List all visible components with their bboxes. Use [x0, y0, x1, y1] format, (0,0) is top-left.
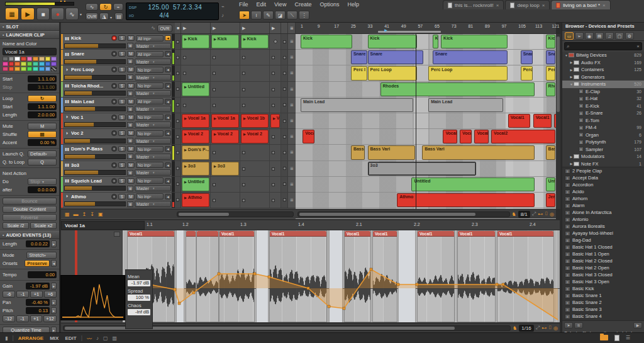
- slot-stop-square[interactable]: [242, 199, 245, 202]
- pointer-tool-icon[interactable]: ➤: [239, 11, 250, 20]
- input-select[interactable]: No input▾: [136, 67, 164, 73]
- volume-fader[interactable]: [64, 43, 126, 48]
- mute-button[interactable]: M: [127, 146, 135, 152]
- clip-play-icon[interactable]: ▶: [184, 116, 187, 120]
- menu-edit[interactable]: Edit: [257, 1, 267, 8]
- tempo-field[interactable]: 0.00: [28, 271, 57, 278]
- fader-menu-button[interactable]: ≣: [127, 106, 133, 112]
- arranger-clip[interactable]: Untitled: [411, 177, 534, 191]
- preset-item[interactable]: ≡Accept Data: [562, 174, 644, 181]
- output-select[interactable]: Master▾: [135, 74, 171, 81]
- snap-relative-icon[interactable]: ⌷: [548, 325, 552, 331]
- volume-fader[interactable]: [64, 59, 126, 64]
- clip-slot[interactable]: ▶Kick: [240, 34, 270, 49]
- fader-menu-button[interactable]: ≣: [127, 170, 133, 176]
- record-slot[interactable]: [270, 34, 280, 49]
- scale-half-button[interactable]: Scale /2: [3, 222, 29, 229]
- view-button-arrange[interactable]: ARRANGE: [18, 335, 43, 341]
- scene-launch-button[interactable]: ≣: [288, 129, 296, 144]
- menu-create[interactable]: Create: [294, 1, 311, 8]
- record-arm-button[interactable]: [111, 115, 117, 120]
- color-swatch[interactable]: [9, 62, 14, 66]
- snap-relative-icon[interactable]: ⌷: [545, 211, 548, 217]
- loop-start-field[interactable]: 1.1.1.00: [28, 103, 57, 110]
- metronome-caret-icon[interactable]: ▾: [110, 15, 112, 20]
- close-icon[interactable]: ×: [496, 3, 499, 8]
- scene-launch-button[interactable]: ≣: [288, 193, 296, 208]
- clip-slot[interactable]: [211, 65, 240, 81]
- chevron-right-icon[interactable]: ▶: [569, 68, 574, 72]
- clip-slot[interactable]: [211, 98, 240, 113]
- samples-tab-icon[interactable]: ◉: [585, 32, 594, 40]
- output-select[interactable]: Master▾: [135, 154, 171, 160]
- record-arm-button[interactable]: [111, 162, 117, 168]
- close-icon[interactable]: ×: [602, 3, 606, 8]
- arranger-clip[interactable]: Perc: [521, 66, 533, 80]
- slot-stop-square[interactable]: [213, 104, 216, 107]
- gain-nudge-button[interactable]: +1: [30, 291, 43, 298]
- clip-stop-button[interactable]: [281, 145, 288, 160]
- ae-length-stepper[interactable]: ▸: [51, 240, 57, 247]
- clip-slot[interactable]: [270, 161, 281, 176]
- clip-slot[interactable]: ▶Kick: [211, 34, 240, 49]
- slot-stop-square[interactable]: [242, 88, 245, 91]
- clip-stop-button[interactable]: [281, 82, 288, 97]
- clip-slot[interactable]: [270, 65, 281, 81]
- output-select[interactable]: Master▾: [135, 59, 171, 65]
- record-arm-button[interactable]: [111, 51, 117, 57]
- clip-slot[interactable]: [211, 82, 240, 97]
- scene-play-icon[interactable]: ▶: [240, 23, 270, 33]
- slot-stop-square[interactable]: [242, 72, 245, 75]
- solo-button[interactable]: S: [118, 162, 126, 168]
- track-bars-icon[interactable]: ▬: [74, 211, 79, 217]
- arranger-clip[interactable]: Perc l: [351, 66, 367, 80]
- punch-toggle[interactable]: ⌁: [113, 3, 123, 11]
- preset-item[interactable]: ≡Basic Snare 3: [562, 306, 644, 313]
- arranger-clip[interactable]: Kick: [441, 35, 508, 48]
- launcher-clip[interactable]: ▶Untitled: [182, 177, 209, 191]
- clip-slot[interactable]: [240, 193, 270, 208]
- arranger-track-lane[interactable]: VocalVocal2Vocal2Vocal2Vocal2: [296, 129, 556, 145]
- solo-button[interactable]: S: [118, 146, 126, 152]
- slot-stop-square[interactable]: [272, 183, 275, 186]
- mute-button[interactable]: M: [127, 130, 135, 136]
- monitor-icon[interactable]: ◄: [165, 146, 171, 152]
- clip-slot[interactable]: ▶Athmo: [181, 193, 211, 208]
- slot-stop-square[interactable]: [272, 199, 275, 202]
- launcher-clip[interactable]: ▶Vocal 1a: [182, 114, 209, 128]
- pitch-nudge-button[interactable]: -1: [16, 315, 29, 322]
- q-to-loop-button[interactable]: Q: [28, 159, 57, 166]
- bounce-button[interactable]: Bounce: [3, 198, 57, 205]
- preset-item[interactable]: ≡Basic Hat 1 Closed: [562, 244, 644, 250]
- menu-options[interactable]: Options: [319, 1, 339, 8]
- after-field[interactable]: 0.0.0.00: [28, 186, 57, 193]
- clip-slot[interactable]: [211, 50, 240, 65]
- color-swatch[interactable]: [3, 67, 8, 71]
- stop-field[interactable]: 3.1.1.00: [28, 84, 57, 91]
- track-row[interactable]: ▮▮KickSMAll inputs▾◄≣Master▾: [61, 34, 175, 50]
- arranger-track-lane[interactable]: RhodesRhodes: [296, 82, 556, 98]
- volume-fader[interactable]: [64, 122, 126, 127]
- input-select[interactable]: No input▾: [136, 193, 164, 200]
- clip-play-icon[interactable]: ▶: [184, 132, 187, 136]
- slot-stop-square[interactable]: [242, 183, 245, 186]
- scene-launch-button[interactable]: ≣: [288, 145, 296, 160]
- volume-fader[interactable]: [64, 154, 126, 159]
- clip-play-icon[interactable]: ▶: [214, 164, 216, 168]
- arranger-clip[interactable]: Jersey': [546, 193, 556, 207]
- slot-stop-square[interactable]: [213, 151, 216, 154]
- color-swatch[interactable]: [14, 67, 20, 71]
- project-tab[interactable]: deep loop×: [505, 0, 550, 9]
- chevron-right-icon[interactable]: ▶: [569, 75, 574, 79]
- track-row[interactable]: ▮▮Dom's P-BassSMNo input▾◄≣Master▾: [61, 145, 175, 160]
- editor-track-label[interactable]: Vocal 1a: [61, 221, 145, 230]
- track-grid-icon[interactable]: ▦: [65, 211, 70, 217]
- record-button[interactable]: ●: [51, 8, 64, 20]
- mute-button[interactable]: M: [127, 67, 135, 72]
- panel-toggle-icon[interactable]: ▮: [5, 335, 8, 341]
- pitch-stepper[interactable]: ▸: [51, 307, 57, 314]
- color-swatch[interactable]: [27, 57, 33, 61]
- scene-launch-button[interactable]: ≣: [288, 65, 296, 81]
- pan-stepper[interactable]: ▸: [51, 299, 57, 306]
- clip-name-input[interactable]: Vocal 1a: [3, 48, 57, 55]
